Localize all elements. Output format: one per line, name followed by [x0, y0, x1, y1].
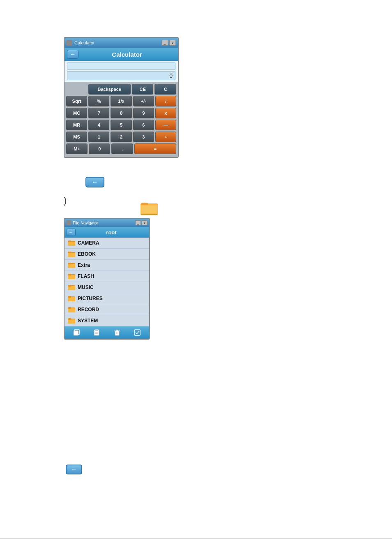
filenav-nav-back-button[interactable]: ← — [67, 229, 76, 236]
calc-1-button[interactable]: 1 — [88, 132, 109, 142]
calc-ms-button[interactable]: MS — [66, 132, 87, 142]
calc-nav-back-button[interactable]: ← — [67, 50, 78, 59]
calc-5-button[interactable]: 5 — [111, 120, 131, 130]
calc-mc-button[interactable]: MC — [66, 108, 87, 118]
calc-row-4: MS 1 2 3 + — [66, 132, 176, 142]
filenav-copy-button[interactable] — [72, 328, 81, 337]
calc-mplus-button[interactable]: M+ — [66, 143, 88, 154]
calculator-window: Calculator _ x ← Calculator 0 Backspa — [64, 37, 179, 158]
calc-row-3: MR 4 5 6 — — [66, 120, 176, 130]
svg-rect-19 — [68, 286, 75, 290]
calc-equals-button[interactable]: = — [134, 143, 176, 154]
svg-rect-29 — [68, 318, 71, 320]
calc-divide-button[interactable]: / — [155, 96, 176, 106]
svg-rect-26 — [68, 307, 71, 309]
calc-subtract-button[interactable]: — — [155, 120, 176, 130]
filenav-close-button[interactable]: x — [142, 220, 148, 225]
calc-c-button[interactable]: C — [154, 84, 176, 95]
calc-0-button[interactable]: 0 — [89, 143, 110, 154]
calc-add-button[interactable]: + — [155, 132, 176, 142]
folder-small-icon — [68, 240, 75, 246]
folder-small-icon — [68, 251, 75, 257]
file-item-ebook-label: EBOOK — [78, 251, 96, 257]
calc-close-button[interactable]: x — [169, 40, 176, 46]
filenav-paste-button[interactable] — [92, 328, 101, 337]
file-item-flash[interactable]: FLASH — [65, 271, 149, 282]
calc-titlebar: Calculator _ x — [65, 38, 178, 48]
back-button-standalone[interactable]: ← — [85, 177, 104, 187]
folder-small-icon — [68, 306, 75, 313]
file-item-flash-label: FLASH — [78, 273, 94, 279]
calc-header-title: Calculator — [78, 51, 175, 58]
svg-rect-41 — [134, 330, 140, 335]
file-item-pictures-label: PICTURES — [78, 296, 103, 301]
svg-rect-25 — [68, 308, 75, 312]
filenav-minimize-button[interactable]: _ — [135, 220, 141, 225]
calc-sqrt-button[interactable]: Sqrt — [66, 96, 87, 106]
file-item-extra[interactable]: Extra — [65, 260, 149, 271]
calc-7-button[interactable]: 7 — [88, 108, 109, 118]
bottom-divider — [0, 538, 392, 539]
back-arrow-icon-2: ← — [71, 466, 77, 473]
calc-reciprocal-button[interactable]: 1/x — [111, 96, 131, 106]
svg-rect-36 — [115, 331, 119, 335]
filenav-select-button[interactable] — [133, 328, 142, 337]
svg-rect-16 — [68, 275, 75, 279]
calc-8-button[interactable]: 8 — [111, 108, 131, 118]
calc-minimize-button[interactable]: _ — [161, 40, 168, 46]
file-item-music-label: MUSIC — [78, 284, 94, 290]
file-item-music[interactable]: MUSIC — [65, 282, 149, 293]
calc-display-top — [67, 62, 175, 70]
folder-icon[interactable] — [141, 200, 158, 216]
calc-multiply-button[interactable]: x — [155, 108, 176, 118]
file-item-ebook[interactable]: EBOOK — [65, 249, 149, 260]
file-item-extra-label: Extra — [78, 262, 90, 268]
calc-ce-button[interactable]: CE — [132, 84, 154, 95]
calc-row-5: M+ 0 . = — [66, 143, 176, 154]
calc-app-icon — [67, 40, 72, 46]
calc-plusminus-button[interactable]: +/- — [133, 96, 154, 106]
file-item-camera[interactable]: CAMERA — [65, 238, 149, 249]
svg-rect-11 — [68, 252, 71, 253]
folder-small-icon — [68, 295, 75, 302]
calc-display-value: 0 — [67, 71, 175, 80]
file-navigator-window: File Navigator _ x ← root CAMERA — [64, 218, 150, 340]
filenav-app-icon — [66, 220, 71, 225]
svg-rect-14 — [68, 263, 71, 264]
calc-4-button[interactable]: 4 — [88, 120, 109, 130]
calc-percent-button[interactable]: % — [88, 96, 109, 106]
svg-rect-20 — [68, 285, 71, 287]
folder-small-icon — [68, 273, 75, 280]
calc-decimal-button[interactable]: . — [111, 143, 133, 154]
filenav-titlebar: File Navigator _ x — [65, 219, 149, 227]
calc-9-button[interactable]: 9 — [133, 108, 154, 118]
file-item-record-label: RECORD — [78, 307, 99, 312]
svg-rect-10 — [68, 253, 75, 257]
file-item-system[interactable]: SYSTEM — [65, 315, 149, 326]
calc-display-area: 0 — [65, 61, 178, 82]
calc-window-controls: _ x — [161, 40, 176, 46]
back-arrow-icon: ← — [92, 178, 98, 186]
calc-6-button[interactable]: 6 — [133, 120, 154, 130]
calc-3-button[interactable]: 3 — [133, 132, 154, 142]
file-item-camera-label: CAMERA — [78, 240, 99, 246]
svg-rect-28 — [68, 319, 75, 324]
calc-mr-button[interactable]: MR — [66, 120, 87, 130]
svg-rect-13 — [68, 264, 75, 268]
back-button-standalone-2[interactable]: ← — [66, 465, 82, 474]
filenav-toolbar — [65, 326, 149, 339]
calc-row-1: Sqrt % 1/x +/- / — [66, 96, 176, 106]
calc-row-2: MC 7 8 9 x — [66, 108, 176, 118]
file-item-record[interactable]: RECORD — [65, 304, 149, 315]
calc-2-button[interactable]: 2 — [111, 132, 131, 142]
svg-rect-8 — [68, 240, 71, 242]
file-item-pictures[interactable]: PICTURES — [65, 293, 149, 304]
calc-backspace-button[interactable]: Backspace — [88, 84, 131, 95]
paren-character: ) — [64, 195, 67, 206]
calc-keypad: Backspace CE C Sqrt % 1/x +/- / MC 7 8 9… — [65, 82, 178, 157]
svg-rect-22 — [68, 297, 75, 301]
calc-window-title: Calculator — [74, 40, 159, 45]
filenav-delete-button[interactable] — [113, 328, 122, 337]
svg-rect-7 — [68, 242, 75, 246]
file-item-system-label: SYSTEM — [78, 318, 98, 324]
